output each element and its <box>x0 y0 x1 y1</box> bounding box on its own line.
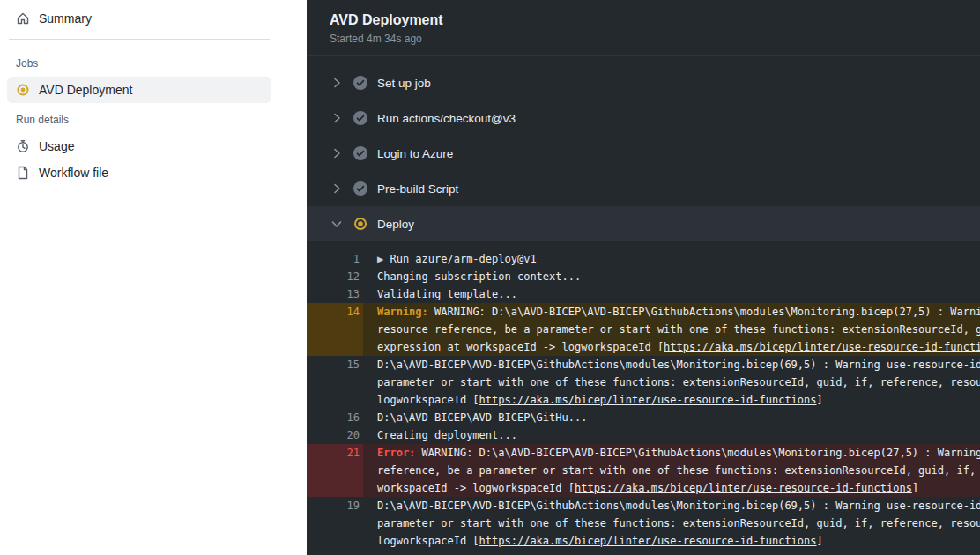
log-segment: ] <box>817 394 823 406</box>
log-row: 19D:\a\AVD-BICEP\AVD-BICEP\GithubActions… <box>307 497 980 514</box>
log-row: 16D:\a\AVD-BICEP\AVD-BICEP\GitHu... <box>307 409 980 426</box>
sidebar-item-usage[interactable]: Usage <box>7 133 271 159</box>
job-header: AVD Deployment Started 4m 34s ago <box>307 0 980 56</box>
log-row: resource reference, be a parameter or st… <box>307 321 980 338</box>
home-icon <box>16 11 30 26</box>
log-line-number[interactable]: 12 <box>307 268 363 285</box>
log-segment: parameter or start with one of these fun… <box>377 517 980 529</box>
log-line-text: resource reference, be a parameter or st… <box>363 321 980 338</box>
log-row: parameter or start with one of these fun… <box>307 514 980 532</box>
workflow-file-icon <box>16 166 30 180</box>
log-segment: ▶ <box>377 253 390 265</box>
check-circle-icon <box>353 111 368 125</box>
log-line-number <box>307 391 363 409</box>
log-line-number[interactable]: 15 <box>307 356 363 374</box>
log-row: logworkspaceId [https://aka.ms/bicep/lin… <box>307 532 980 550</box>
sidebar-workflow-file-label: Workflow file <box>39 166 108 180</box>
log-segment: logworkspaceId [ <box>377 394 479 406</box>
sidebar: Summary Jobs AVD Deployment Run details … <box>0 0 307 555</box>
log-row: 21Error: WARNING: D:\a\AVD-BICEP\AVD-BIC… <box>307 444 980 462</box>
log-line-number[interactable]: 1 <box>307 250 363 268</box>
log-line-text: Validating template... <box>363 285 980 303</box>
sidebar-jobs-section-label: Jobs <box>7 47 271 77</box>
log-segment: resource reference, be a parameter or st… <box>377 323 980 336</box>
log-line-number[interactable]: 19 <box>307 497 363 514</box>
step-set-up-job[interactable]: Set up job <box>307 65 980 100</box>
log-segment: WARNING: D:\a\AVD-BICEP\AVD-BICEP\Github… <box>434 306 980 318</box>
log-line-text: expression at workspaceId -> logworkspac… <box>363 338 980 356</box>
log-line-number <box>307 374 363 391</box>
log-segment: Validating template... <box>377 288 517 300</box>
log-line-text: Error: WARNING: D:\a\AVD-BICEP\AVD-BICEP… <box>363 444 980 462</box>
log-line-number[interactable]: 20 <box>307 426 363 444</box>
sidebar-item-summary[interactable]: Summary <box>7 5 271 32</box>
log-segment: reference, be a parameter or start with … <box>377 464 980 477</box>
step-login-to-azure[interactable]: Login to Azure <box>307 136 980 171</box>
log-lines[interactable]: 1▶ Run azure/arm-deploy@v112Changing sub… <box>307 241 980 555</box>
step-run-actions-checkout-v3[interactable]: Run actions/checkout@v3 <box>307 100 980 136</box>
log-row: workspaceId -> logworkspaceId [https://a… <box>307 479 980 497</box>
log-segment: workspaceId -> logworkspaceId [ <box>377 482 575 494</box>
log-row: 15D:\a\AVD-BICEP\AVD-BICEP\GithubActions… <box>307 356 980 374</box>
step-label: Deploy <box>377 218 414 231</box>
step-label: Run actions/checkout@v3 <box>377 112 516 125</box>
job-log-pane: AVD Deployment Started 4m 34s ago Set up… <box>307 0 980 555</box>
sidebar-item-workflow-file[interactable]: Workflow file <box>7 159 271 186</box>
step-label: Set up job <box>377 77 431 90</box>
log-line-number[interactable]: 13 <box>307 285 363 303</box>
log-line-text: reference, be a parameter or start with … <box>363 462 980 479</box>
in-progress-icon <box>16 83 30 97</box>
sidebar-run-details-section-label: Run details <box>7 103 271 133</box>
step-deploy[interactable]: Deploy <box>307 206 980 241</box>
log-segment: logworkspaceId [ <box>377 535 479 547</box>
log-line-text: logworkspaceId [https://aka.ms/bicep/lin… <box>363 532 980 550</box>
log-segment: D:\a\AVD-BICEP\AVD-BICEP\GitHu... <box>377 411 587 424</box>
job-started-timestamp: Started 4m 34s ago <box>330 33 957 45</box>
job-title: AVD Deployment <box>330 12 957 28</box>
step-label: Login to Azure <box>377 147 453 160</box>
log-link[interactable]: https://aka.ms/bicep/linter/use-resource… <box>479 394 817 406</box>
log-link[interactable]: https://aka.ms/bicep/linter/use-resource… <box>575 482 912 494</box>
log-line-text: D:\a\AVD-BICEP\AVD-BICEP\GithubActions\m… <box>363 497 980 514</box>
steps-list: Set up jobRun actions/checkout@v3Login t… <box>307 56 980 241</box>
log-segment: ] <box>912 482 918 494</box>
log-line-text: parameter or start with one of these fun… <box>363 374 980 391</box>
sidebar-divider <box>9 39 270 40</box>
log-line-number <box>307 532 363 550</box>
log-line-text: workspaceId -> logworkspaceId [https://a… <box>363 479 980 497</box>
log-row: expression at workspaceId -> logworkspac… <box>307 338 980 356</box>
step-pre-build-script[interactable]: Pre-build Script <box>307 171 980 206</box>
log-row: parameter or start with one of these fun… <box>307 374 980 391</box>
sidebar-job-name: AVD Deployment <box>39 83 132 97</box>
check-circle-icon <box>353 181 368 196</box>
workflow-run-page: Summary Jobs AVD Deployment Run details … <box>0 0 980 555</box>
log-segment: Warning: <box>377 306 434 318</box>
log-segment: parameter or start with one of these fun… <box>377 376 980 388</box>
log-segment: ] <box>817 535 823 547</box>
check-circle-icon <box>353 146 368 160</box>
in-progress-icon <box>353 217 368 231</box>
log-segment: WARNING: D:\a\AVD-BICEP\AVD-BICEP\Github… <box>422 447 980 459</box>
log-line-text: D:\a\AVD-BICEP\AVD-BICEP\GitHu... <box>363 409 980 426</box>
log-line-text: Creating deployment... <box>363 426 980 444</box>
log-segment: Creating deployment... <box>377 429 517 441</box>
log-line-number[interactable]: 21 <box>307 444 363 462</box>
chevron-right-icon <box>330 76 344 90</box>
log-row: 14Warning: WARNING: D:\a\AVD-BICEP\AVD-B… <box>307 303 980 321</box>
log-line-number[interactable]: 14 <box>307 303 363 321</box>
chevron-down-icon <box>330 217 344 231</box>
chevron-right-icon <box>330 111 344 125</box>
log-segment: D:\a\AVD-BICEP\AVD-BICEP\GithubActions\m… <box>377 359 980 371</box>
sidebar-summary-label: Summary <box>39 11 92 26</box>
log-link[interactable]: https://aka.ms/bicep/linter/use-resource… <box>664 341 980 353</box>
log-line-text: Changing subscription context... <box>363 268 980 285</box>
log-line-number <box>307 338 363 356</box>
log-row: logworkspaceId [https://aka.ms/bicep/lin… <box>307 391 980 409</box>
chevron-right-icon <box>330 181 344 196</box>
log-line-number[interactable]: 16 <box>307 409 363 426</box>
log-link[interactable]: https://aka.ms/bicep/linter/use-resource… <box>479 535 817 547</box>
log-line-number <box>307 514 363 532</box>
sidebar-item-job-avd-deployment[interactable]: AVD Deployment <box>7 77 271 103</box>
log-line-text: logworkspaceId [https://aka.ms/bicep/lin… <box>363 391 980 409</box>
log-line-number <box>307 462 363 479</box>
